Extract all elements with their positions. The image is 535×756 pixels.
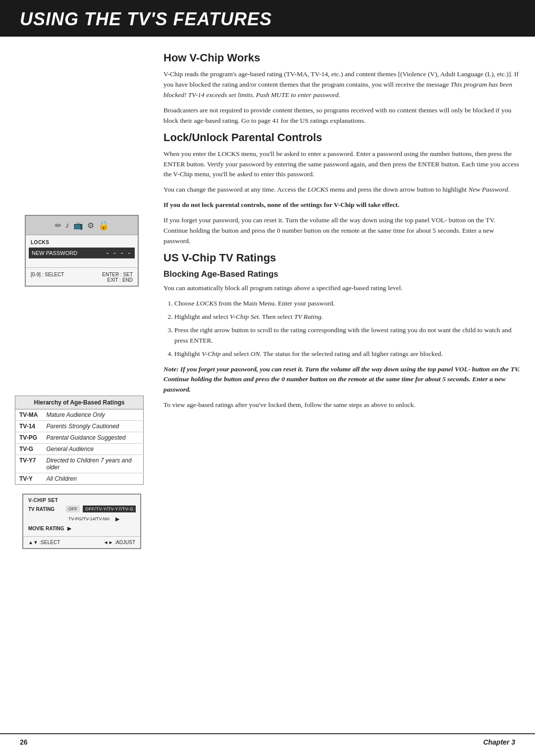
tv-rating-label: TV RATING bbox=[28, 506, 63, 512]
section-us-vchip: US V-Chip TV Ratings Blocking Age-Based … bbox=[163, 252, 520, 410]
step-2: Highlight and select V-Chip Set. Then se… bbox=[174, 312, 520, 322]
page-header: Using the TV's Features bbox=[0, 0, 535, 37]
how-vchip-title: How V-Chip Works bbox=[163, 51, 520, 64]
locks-menu-footer: [0-9] : SELECT ENTER : SET EXIT : END bbox=[26, 267, 138, 286]
table-row: TV-MAMature Audience Only bbox=[15, 409, 144, 421]
icon-lock-active: 🔒 bbox=[98, 220, 109, 231]
chapter-label: Chapter 3 bbox=[483, 738, 515, 746]
table-row: TV-YAll Children bbox=[15, 473, 144, 485]
rating-description: Parental Guidance Suggested bbox=[43, 432, 144, 444]
section-how-vchip: How V-Chip Works V-Chip reads the progra… bbox=[163, 51, 520, 126]
footer-enter: ENTER : SET bbox=[102, 272, 133, 277]
rating-code: TV-PG bbox=[15, 432, 43, 444]
page-footer: 26 Chapter 3 bbox=[0, 733, 535, 746]
content-wrapper: ✏ ♪ 📺 ⚙ 🔒 LOCKS NEW PASSWORD - - - - [0-… bbox=[0, 51, 535, 549]
how-vchip-para-1: V-Chip reads the program's age-based rat… bbox=[163, 69, 520, 101]
blocking-note: Note: If you forget your password, you c… bbox=[163, 364, 520, 396]
lock-unlock-para-1: When you enter the LOCKS menu, you'll be… bbox=[163, 149, 520, 180]
table-row: TV-PGParental Guidance Suggested bbox=[15, 432, 144, 444]
page-number: 26 bbox=[20, 738, 28, 746]
table-row: TV-14Parents Strongly Cautioned bbox=[15, 421, 144, 432]
ratings-table-heading: Hierarchy of Age-Based Ratings bbox=[15, 396, 144, 409]
rating-code: TV-14 bbox=[15, 421, 43, 432]
icon-channel: 📺 bbox=[73, 221, 83, 230]
table-row: TV-GGeneral Audience bbox=[15, 444, 144, 455]
section-lock-unlock: Lock/Unlock Parental Controls When you e… bbox=[163, 131, 520, 247]
lock-unlock-bold-note: If you do not lock parental controls, no… bbox=[163, 200, 520, 210]
rating-code: TV-G bbox=[15, 444, 43, 455]
step-4: Highlight V-Chip and select ON. The stat… bbox=[174, 349, 520, 359]
footer-exit: EXIT : END bbox=[102, 277, 133, 283]
vchip-footer-adjust: ◄► :ADJUST bbox=[104, 540, 135, 545]
step-3: Press the right arrow button to scroll t… bbox=[174, 325, 520, 346]
locks-menu-icons-row: ✏ ♪ 📺 ⚙ 🔒 bbox=[26, 216, 138, 235]
locks-menu-mockup: ✏ ♪ 📺 ⚙ 🔒 LOCKS NEW PASSWORD - - - - [0-… bbox=[25, 215, 139, 287]
locks-menu-title-row: LOCKS bbox=[31, 238, 133, 247]
us-vchip-title: US V-Chip TV Ratings bbox=[163, 252, 520, 264]
rating-code: TV-Y7 bbox=[15, 455, 43, 473]
tv-rating-options: OFF/TV-Y/TV-Y7/TV-G bbox=[83, 505, 136, 512]
left-column: ✏ ♪ 📺 ⚙ 🔒 LOCKS NEW PASSWORD - - - - [0-… bbox=[15, 51, 159, 549]
vchip-footer-select: ▲▼ :SELECT bbox=[28, 540, 60, 545]
rating-description: General Audience bbox=[43, 444, 144, 455]
lock-unlock-para-3: If you forget your password, you can res… bbox=[163, 215, 520, 247]
vchip-movie-rating-row: MOVIE RATING ▶ bbox=[23, 524, 140, 533]
rating-description: All Children bbox=[43, 473, 144, 485]
footer-select: [0-9] : SELECT bbox=[31, 272, 64, 283]
arrow-right: ▶ bbox=[115, 516, 119, 522]
new-password-label: NEW PASSWORD bbox=[32, 250, 77, 256]
locks-label: LOCKS bbox=[31, 240, 50, 245]
blocking-intro: You can automatically block all program … bbox=[163, 283, 520, 294]
ratings-table: Hierarchy of Age-Based Ratings TV-MAMatu… bbox=[15, 396, 144, 485]
step-1: Choose LOCKS from the Main Menu. Enter y… bbox=[174, 299, 520, 309]
vchip-menu-mockup: V-CHIP SET TV RATING OFF OFF/TV-Y/TV-Y7/… bbox=[22, 494, 141, 549]
tv-rating-off: OFF bbox=[66, 505, 80, 512]
table-row: TV-Y7Directed to Children 7 years and ol… bbox=[15, 455, 144, 473]
locks-menu-password-row: NEW PASSWORD - - - - bbox=[29, 248, 135, 258]
tv-rating-bottom: TV-PG/TV-14/TV-MA bbox=[66, 515, 112, 522]
vchip-menu-footer: ▲▼ :SELECT ◄► :ADJUST bbox=[23, 536, 140, 548]
icon-settings: ⚙ bbox=[87, 221, 94, 230]
right-column: How V-Chip Works V-Chip reads the progra… bbox=[159, 51, 520, 549]
icon-pencil: ✏ bbox=[55, 221, 61, 230]
rating-description: Parents Strongly Cautioned bbox=[43, 421, 144, 432]
icon-music: ♪ bbox=[65, 221, 69, 230]
blocking-outro: To view age-based ratings after you've l… bbox=[163, 400, 520, 410]
page-title: Using the TV's Features bbox=[20, 9, 515, 30]
movie-rating-label: MOVIE RATING bbox=[28, 526, 64, 531]
footer-right: ENTER : SET EXIT : END bbox=[102, 272, 133, 283]
how-vchip-para-2: Broadcasters are not required to provide… bbox=[163, 105, 520, 126]
vchip-tv-rating-bottom-row: TV-PG/TV-14/TV-MA ▶ bbox=[23, 514, 140, 524]
movie-rating-arrow: ▶ bbox=[67, 525, 71, 532]
vchip-menu-title: V-CHIP SET bbox=[23, 495, 140, 504]
vchip-tv-rating-row: TV RATING OFF OFF/TV-Y/TV-Y7/TV-G bbox=[23, 504, 140, 514]
rating-description: Mature Audience Only bbox=[43, 409, 144, 421]
rating-code: TV-MA bbox=[15, 409, 43, 421]
locks-menu-body: LOCKS NEW PASSWORD - - - - bbox=[26, 235, 138, 262]
lock-unlock-para-2: You can change the password at any time.… bbox=[163, 185, 520, 195]
rating-code: TV-Y bbox=[15, 473, 43, 485]
lock-unlock-title: Lock/Unlock Parental Controls bbox=[163, 131, 520, 144]
rating-description: Directed to Children 7 years and older bbox=[43, 455, 144, 473]
blocking-subtitle: Blocking Age-Based Ratings bbox=[163, 269, 520, 279]
password-dashes: - - - - bbox=[107, 249, 132, 257]
blocking-steps-list: Choose LOCKS from the Main Menu. Enter y… bbox=[163, 299, 520, 359]
